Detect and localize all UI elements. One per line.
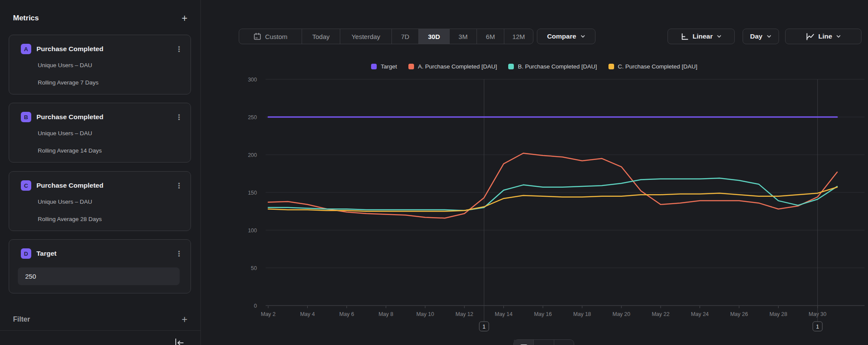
x-axis-label: May 18 <box>573 311 591 317</box>
annotation-badge[interactable]: 1 <box>813 322 822 331</box>
x-axis-label: May 14 <box>495 311 513 317</box>
metric-card-c[interactable]: C Purchase Completed ⋮ Unique Users – DA… <box>9 171 191 231</box>
metric-measure: Unique Users – DAU <box>38 130 92 137</box>
analytics-dashboard: { "theme": { "badge_bg": "#7E63F3", "bad… <box>0 0 868 345</box>
metric-transform: Rolling Average 7 Days <box>38 79 99 86</box>
filter-section: Filter + <box>13 316 187 323</box>
y-axis-label: 200 <box>248 152 257 158</box>
chart-size-large-button[interactable] <box>554 340 574 345</box>
metric-card-head: A Purchase Completed ⋮ <box>21 44 184 54</box>
x-axis-label: May 8 <box>378 311 393 317</box>
collapse-sidebar-icon[interactable] <box>174 337 185 345</box>
metrics-sidebar: Metrics + A Purchase Completed ⋮ Unique … <box>0 0 201 345</box>
series-line[interactable] <box>268 187 837 212</box>
line-chart[interactable]: 050100150200250300May 2May 4May 6May 8Ma… <box>201 0 868 345</box>
y-axis-label: 50 <box>251 265 257 271</box>
x-axis-label: May 16 <box>534 311 552 317</box>
kebab-menu-icon[interactable]: ⋮ <box>174 113 184 122</box>
svg-text:1: 1 <box>816 324 819 330</box>
kebab-menu-icon[interactable]: ⋮ <box>174 181 184 190</box>
metric-badge-b: B <box>21 112 31 122</box>
target-title: Target <box>36 250 174 257</box>
x-axis-label: May 6 <box>339 311 354 317</box>
x-axis-label: May 20 <box>612 311 630 317</box>
series-line[interactable] <box>268 178 837 211</box>
x-axis-label: May 28 <box>769 311 787 317</box>
svg-text:1: 1 <box>483 324 486 330</box>
metric-card-b[interactable]: B Purchase Completed ⋮ Unique Users – DA… <box>9 103 191 163</box>
metric-measure: Unique Users – DAU <box>38 62 92 68</box>
x-axis-label: May 26 <box>730 311 748 317</box>
series-line[interactable] <box>268 153 837 218</box>
y-axis-label: 100 <box>248 228 257 234</box>
target-value-input[interactable] <box>18 267 180 285</box>
x-axis-label: May 2 <box>261 311 276 317</box>
sidebar-header: Metrics + <box>13 14 187 23</box>
x-axis-label: May 12 <box>456 311 473 317</box>
metric-badge-c: C <box>21 180 31 191</box>
metric-transform: Rolling Average 28 Days <box>38 216 102 222</box>
kebab-menu-icon[interactable]: ⋮ <box>174 45 184 54</box>
chart-size-small-button[interactable] <box>514 340 534 345</box>
metric-badge-d: D <box>21 248 31 259</box>
sidebar-footer-divider <box>0 330 201 331</box>
y-axis-label: 0 <box>254 303 257 309</box>
chart-size-toolbar <box>513 339 574 345</box>
metric-title: Purchase Completed <box>36 113 174 121</box>
metric-title: Purchase Completed <box>36 182 174 189</box>
metric-title: Purchase Completed <box>36 45 174 53</box>
metric-card-head: C Purchase Completed ⋮ <box>21 180 184 191</box>
add-metric-icon[interactable]: + <box>182 14 187 22</box>
x-axis-label: May 22 <box>652 311 670 317</box>
x-axis-label: May 10 <box>416 311 434 317</box>
add-filter-icon[interactable]: + <box>182 316 187 323</box>
metric-transform: Rolling Average 14 Days <box>38 147 102 154</box>
metrics-title: Metrics <box>13 14 39 23</box>
annotation-badge[interactable]: 1 <box>479 322 489 331</box>
x-axis-label: May 4 <box>300 311 315 317</box>
y-axis-label: 150 <box>248 190 257 196</box>
target-card-head: D Target ⋮ <box>21 248 184 259</box>
metric-card-a[interactable]: A Purchase Completed ⋮ Unique Users – DA… <box>9 35 191 94</box>
metric-card-head: B Purchase Completed ⋮ <box>21 112 184 122</box>
y-axis-label: 300 <box>248 77 257 83</box>
metric-measure: Unique Users – DAU <box>38 199 92 205</box>
target-card[interactable]: D Target ⋮ <box>9 239 191 293</box>
metric-badge-a: A <box>21 44 31 54</box>
x-axis-label: May 24 <box>691 311 709 317</box>
chart-size-medium-button[interactable] <box>534 340 554 345</box>
y-axis-label: 250 <box>248 114 257 120</box>
kebab-menu-icon[interactable]: ⋮ <box>174 249 184 258</box>
filter-title: Filter <box>13 316 30 323</box>
